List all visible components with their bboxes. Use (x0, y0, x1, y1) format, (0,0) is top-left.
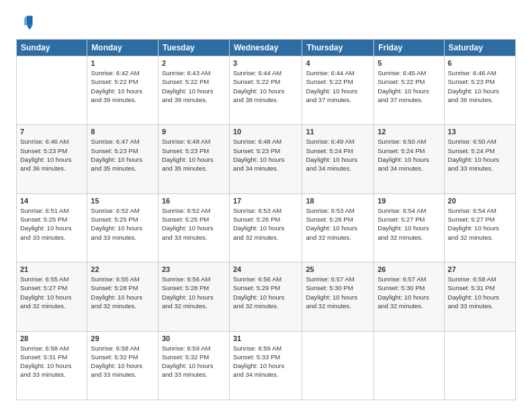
day-number: 15 (91, 197, 154, 205)
day-info: Sunrise: 6:59 AM Sunset: 5:33 PM Dayligh… (233, 344, 298, 379)
calendar-cell: 10Sunrise: 6:48 AM Sunset: 5:23 PM Dayli… (229, 125, 302, 193)
calendar-week-2: 7Sunrise: 6:46 AM Sunset: 5:23 PM Daylig… (17, 125, 516, 193)
day-info: Sunrise: 6:52 AM Sunset: 5:25 PM Dayligh… (91, 206, 154, 242)
calendar-cell: 17Sunrise: 6:53 AM Sunset: 5:26 PM Dayli… (229, 193, 302, 262)
weekday-header-sunday: Sunday (17, 40, 87, 56)
day-number: 3 (233, 59, 298, 67)
weekday-header-friday: Friday (374, 40, 444, 56)
day-number: 30 (162, 334, 226, 342)
logo (16, 13, 38, 32)
day-number: 17 (233, 197, 298, 205)
day-number: 1 (91, 59, 154, 67)
calendar-cell: 22Sunrise: 6:55 AM Sunset: 5:28 PM Dayli… (87, 263, 159, 331)
day-number: 12 (378, 128, 440, 136)
calendar-week-3: 14Sunrise: 6:51 AM Sunset: 5:25 PM Dayli… (17, 193, 516, 262)
day-number: 22 (91, 265, 154, 273)
day-info: Sunrise: 6:46 AM Sunset: 5:23 PM Dayligh… (448, 68, 512, 104)
calendar-cell (17, 56, 87, 125)
day-number: 24 (233, 265, 298, 273)
weekday-header-thursday: Thursday (302, 40, 374, 56)
day-info: Sunrise: 6:46 AM Sunset: 5:23 PM Dayligh… (20, 137, 83, 173)
day-info: Sunrise: 6:58 AM Sunset: 5:31 PM Dayligh… (448, 275, 512, 310)
calendar-cell (302, 331, 374, 400)
day-info: Sunrise: 6:48 AM Sunset: 5:23 PM Dayligh… (162, 137, 226, 173)
header (16, 13, 516, 32)
day-number: 10 (233, 128, 298, 136)
day-info: Sunrise: 6:52 AM Sunset: 5:25 PM Dayligh… (162, 206, 226, 242)
calendar-cell: 6Sunrise: 6:46 AM Sunset: 5:23 PM Daylig… (444, 56, 515, 125)
day-number: 13 (448, 128, 512, 136)
weekday-header-row: SundayMondayTuesdayWednesdayThursdayFrid… (17, 40, 516, 56)
day-info: Sunrise: 6:57 AM Sunset: 5:30 PM Dayligh… (306, 275, 370, 310)
day-number: 27 (448, 265, 512, 273)
day-number: 31 (233, 334, 298, 342)
day-info: Sunrise: 6:59 AM Sunset: 5:32 PM Dayligh… (162, 344, 226, 379)
day-info: Sunrise: 6:44 AM Sunset: 5:22 PM Dayligh… (306, 68, 370, 104)
day-number: 8 (91, 128, 154, 136)
calendar-cell: 15Sunrise: 6:52 AM Sunset: 5:25 PM Dayli… (87, 193, 159, 262)
day-info: Sunrise: 6:58 AM Sunset: 5:31 PM Dayligh… (20, 344, 83, 379)
calendar-cell: 8Sunrise: 6:47 AM Sunset: 5:23 PM Daylig… (87, 125, 159, 193)
calendar-cell: 16Sunrise: 6:52 AM Sunset: 5:25 PM Dayli… (158, 193, 229, 262)
calendar-week-1: 1Sunrise: 6:42 AM Sunset: 5:22 PM Daylig… (17, 56, 516, 125)
calendar-cell: 4Sunrise: 6:44 AM Sunset: 5:22 PM Daylig… (302, 56, 374, 125)
calendar-cell: 28Sunrise: 6:58 AM Sunset: 5:31 PM Dayli… (17, 331, 87, 400)
day-number: 7 (20, 128, 83, 136)
day-number: 16 (162, 197, 226, 205)
svg-marker-0 (27, 16, 33, 26)
calendar-header: SundayMondayTuesdayWednesdayThursdayFrid… (17, 40, 516, 56)
day-number: 9 (162, 128, 226, 136)
day-info: Sunrise: 6:55 AM Sunset: 5:28 PM Dayligh… (91, 275, 154, 310)
day-info: Sunrise: 6:51 AM Sunset: 5:25 PM Dayligh… (20, 206, 83, 242)
calendar-cell: 29Sunrise: 6:58 AM Sunset: 5:32 PM Dayli… (87, 331, 159, 400)
day-number: 25 (306, 265, 370, 273)
day-number: 11 (306, 128, 370, 136)
calendar-page: SundayMondayTuesdayWednesdayThursdayFrid… (0, 0, 532, 411)
day-number: 18 (306, 197, 370, 205)
day-info: Sunrise: 6:56 AM Sunset: 5:28 PM Dayligh… (162, 275, 226, 310)
day-number: 2 (162, 59, 226, 67)
day-info: Sunrise: 6:44 AM Sunset: 5:22 PM Dayligh… (233, 68, 298, 104)
calendar-table: SundayMondayTuesdayWednesdayThursdayFrid… (16, 39, 516, 400)
day-info: Sunrise: 6:43 AM Sunset: 5:22 PM Dayligh… (162, 68, 226, 104)
calendar-cell: 27Sunrise: 6:58 AM Sunset: 5:31 PM Dayli… (444, 263, 515, 331)
day-number: 5 (378, 59, 440, 67)
calendar-cell: 14Sunrise: 6:51 AM Sunset: 5:25 PM Dayli… (17, 193, 87, 262)
calendar-cell: 19Sunrise: 6:54 AM Sunset: 5:27 PM Dayli… (374, 193, 444, 262)
calendar-cell: 11Sunrise: 6:49 AM Sunset: 5:24 PM Dayli… (302, 125, 374, 193)
calendar-cell: 2Sunrise: 6:43 AM Sunset: 5:22 PM Daylig… (158, 56, 229, 125)
logo-icon (16, 13, 35, 32)
day-number: 29 (91, 334, 154, 342)
calendar-cell: 31Sunrise: 6:59 AM Sunset: 5:33 PM Dayli… (229, 331, 302, 400)
day-info: Sunrise: 6:55 AM Sunset: 5:27 PM Dayligh… (20, 275, 83, 310)
calendar-cell: 20Sunrise: 6:54 AM Sunset: 5:27 PM Dayli… (444, 193, 515, 262)
weekday-header-wednesday: Wednesday (229, 40, 302, 56)
weekday-header-monday: Monday (87, 40, 159, 56)
calendar-cell: 13Sunrise: 6:50 AM Sunset: 5:24 PM Dayli… (444, 125, 515, 193)
calendar-week-4: 21Sunrise: 6:55 AM Sunset: 5:27 PM Dayli… (17, 263, 516, 331)
day-info: Sunrise: 6:49 AM Sunset: 5:24 PM Dayligh… (306, 137, 370, 173)
calendar-cell: 18Sunrise: 6:53 AM Sunset: 5:26 PM Dayli… (302, 193, 374, 262)
calendar-cell: 21Sunrise: 6:55 AM Sunset: 5:27 PM Dayli… (17, 263, 87, 331)
day-info: Sunrise: 6:53 AM Sunset: 5:26 PM Dayligh… (233, 206, 298, 242)
day-number: 23 (162, 265, 226, 273)
day-info: Sunrise: 6:48 AM Sunset: 5:23 PM Dayligh… (233, 137, 298, 173)
day-info: Sunrise: 6:50 AM Sunset: 5:24 PM Dayligh… (448, 137, 512, 173)
day-number: 20 (448, 197, 512, 205)
calendar-cell: 12Sunrise: 6:50 AM Sunset: 5:24 PM Dayli… (374, 125, 444, 193)
calendar-cell: 23Sunrise: 6:56 AM Sunset: 5:28 PM Dayli… (158, 263, 229, 331)
day-info: Sunrise: 6:54 AM Sunset: 5:27 PM Dayligh… (378, 206, 440, 242)
calendar-cell (374, 331, 444, 400)
day-info: Sunrise: 6:58 AM Sunset: 5:32 PM Dayligh… (91, 344, 154, 379)
day-info: Sunrise: 6:42 AM Sunset: 5:22 PM Dayligh… (91, 68, 154, 104)
svg-marker-1 (27, 26, 33, 30)
day-number: 6 (448, 59, 512, 67)
day-info: Sunrise: 6:56 AM Sunset: 5:29 PM Dayligh… (233, 275, 298, 310)
calendar-cell: 30Sunrise: 6:59 AM Sunset: 5:32 PM Dayli… (158, 331, 229, 400)
calendar-cell: 9Sunrise: 6:48 AM Sunset: 5:23 PM Daylig… (158, 125, 229, 193)
day-info: Sunrise: 6:53 AM Sunset: 5:26 PM Dayligh… (306, 206, 370, 242)
calendar-body: 1Sunrise: 6:42 AM Sunset: 5:22 PM Daylig… (17, 56, 516, 400)
day-number: 21 (20, 265, 83, 273)
day-info: Sunrise: 6:50 AM Sunset: 5:24 PM Dayligh… (378, 137, 440, 173)
day-info: Sunrise: 6:47 AM Sunset: 5:23 PM Dayligh… (91, 137, 154, 173)
